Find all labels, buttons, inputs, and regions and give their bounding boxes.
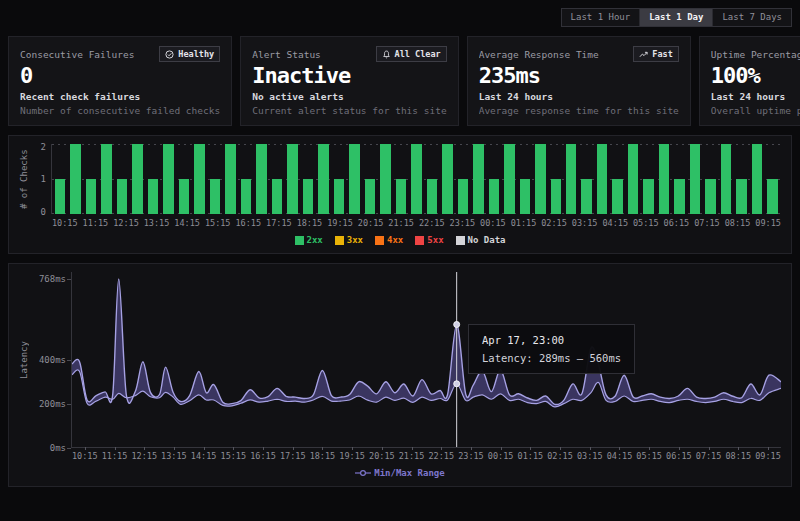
x-tick-label: 02:15 xyxy=(547,451,573,461)
check-bar[interactable] xyxy=(396,179,406,214)
check-bar[interactable] xyxy=(535,144,545,214)
check-bar[interactable] xyxy=(643,179,653,214)
tooltip-date: Apr 17, 23:00 xyxy=(482,334,621,346)
check-circle-icon xyxy=(165,50,174,59)
x-tick-label: 11:15 xyxy=(102,451,128,461)
check-bar[interactable] xyxy=(674,179,684,214)
check-bar[interactable] xyxy=(272,179,282,214)
check-bar[interactable] xyxy=(148,179,158,214)
x-tick-label: 14:15 xyxy=(174,218,200,228)
check-bar[interactable] xyxy=(70,144,80,214)
check-bar[interactable] xyxy=(241,179,251,214)
x-tick-label: 12:15 xyxy=(113,218,139,228)
latency-x-axis-labels: 10:1511:1512:1513:1514:1515:1516:1517:15… xyxy=(72,451,781,461)
time-range-last-7-days-button[interactable]: Last 7 Days xyxy=(712,9,791,26)
latency-plot-area[interactable]: Apr 17, 23:00 Latency: 289ms – 560ms xyxy=(71,272,781,448)
check-bar[interactable] xyxy=(659,144,669,214)
check-bar[interactable] xyxy=(736,179,746,214)
check-bar[interactable] xyxy=(705,179,715,214)
check-bar[interactable] xyxy=(86,179,96,214)
x-tick-label: 12:15 xyxy=(131,451,157,461)
check-bar[interactable] xyxy=(318,144,328,214)
check-bar[interactable] xyxy=(334,179,344,214)
badge-label: All Clear xyxy=(395,49,441,59)
x-tick-label: 07:15 xyxy=(696,451,722,461)
x-tick-label: 23:15 xyxy=(450,218,476,228)
check-bar[interactable] xyxy=(581,179,591,214)
legend-item: 3xx xyxy=(335,235,363,245)
check-bar[interactable] xyxy=(132,144,142,214)
x-tick-label: 19:15 xyxy=(327,218,353,228)
check-bar[interactable] xyxy=(504,144,514,214)
latency-chart-panel: Latency 768ms400ms200ms0ms Apr 17, 23:00… xyxy=(8,263,792,487)
trending-up-icon xyxy=(639,50,648,59)
check-bar[interactable] xyxy=(721,144,731,214)
all-clear-badge: All Clear xyxy=(376,46,447,62)
x-tick-label: 03:15 xyxy=(572,218,598,228)
check-bar[interactable] xyxy=(55,179,65,214)
x-tick-label: 20:15 xyxy=(369,451,395,461)
tooltip-value: Latency: 289ms – 560ms xyxy=(482,352,621,364)
x-tick-label: 13:15 xyxy=(161,451,187,461)
check-bar[interactable] xyxy=(117,179,127,214)
x-tick-label: 16:15 xyxy=(235,218,261,228)
x-tick-label: 06:15 xyxy=(666,451,692,461)
check-bar[interactable] xyxy=(380,144,390,214)
check-bar[interactable] xyxy=(597,144,607,214)
crosshair-marker xyxy=(454,381,460,387)
check-bar[interactable] xyxy=(752,144,762,214)
check-bar[interactable] xyxy=(520,179,530,214)
time-range-last-1-day-button[interactable]: Last 1 Day xyxy=(639,9,712,26)
x-tick-label: 18:15 xyxy=(310,451,336,461)
check-bar[interactable] xyxy=(101,144,111,214)
x-tick-label: 22:15 xyxy=(428,451,454,461)
check-bar[interactable] xyxy=(473,144,483,214)
check-bar[interactable] xyxy=(194,144,204,214)
badge-label: Fast xyxy=(652,49,672,59)
legend-item: 5xx xyxy=(415,235,443,245)
check-bar[interactable] xyxy=(566,144,576,214)
x-tick-label: 06:15 xyxy=(664,218,690,228)
check-bar[interactable] xyxy=(612,179,622,214)
check-bar[interactable] xyxy=(427,179,437,214)
check-bar[interactable] xyxy=(303,179,313,214)
check-bar[interactable] xyxy=(179,179,189,214)
latency-tooltip: Apr 17, 23:00 Latency: 289ms – 560ms xyxy=(468,324,635,374)
check-bar[interactable] xyxy=(256,144,266,214)
legend-label: 3xx xyxy=(347,235,363,245)
fast-badge: Fast xyxy=(633,46,678,62)
legend-swatch xyxy=(295,236,304,245)
check-bar[interactable] xyxy=(628,144,638,214)
checks-plot-area[interactable] xyxy=(51,144,781,214)
time-range-selector: Last 1 Hour Last 1 Day Last 7 Days xyxy=(561,8,792,27)
check-bar[interactable] xyxy=(551,179,561,214)
check-bar[interactable] xyxy=(767,179,777,214)
check-bar[interactable] xyxy=(411,144,421,214)
checks-legend: 2xx3xx4xx5xxNo Data xyxy=(19,235,781,245)
x-tick-label: 21:15 xyxy=(399,451,425,461)
y-tick-label: 0ms xyxy=(50,443,66,453)
check-bar[interactable] xyxy=(365,179,375,214)
legend-label: 4xx xyxy=(387,235,403,245)
check-bar[interactable] xyxy=(458,179,468,214)
time-range-last-1-hour-button[interactable]: Last 1 Hour xyxy=(562,9,640,26)
y-tick-label: 2 xyxy=(41,142,46,152)
card-subtitle: Last 24 hours xyxy=(479,91,679,102)
x-tick-label: 10:15 xyxy=(52,218,78,228)
check-bar[interactable] xyxy=(163,144,173,214)
x-tick-label: 08:15 xyxy=(725,451,751,461)
x-tick-label: 23:15 xyxy=(458,451,484,461)
y-tick-label: 1 xyxy=(41,174,46,184)
check-bar[interactable] xyxy=(489,179,499,214)
x-tick-label: 00:15 xyxy=(488,451,514,461)
check-bar[interactable] xyxy=(225,144,235,214)
check-bar[interactable] xyxy=(287,144,297,214)
x-tick-label: 03:15 xyxy=(577,451,603,461)
check-bar[interactable] xyxy=(349,144,359,214)
check-bar[interactable] xyxy=(442,144,452,214)
check-bar[interactable] xyxy=(690,144,700,214)
legend-item: 4xx xyxy=(375,235,403,245)
x-tick-label: 15:15 xyxy=(205,218,231,228)
check-bar[interactable] xyxy=(210,179,220,214)
x-tick-label: 14:15 xyxy=(191,451,217,461)
